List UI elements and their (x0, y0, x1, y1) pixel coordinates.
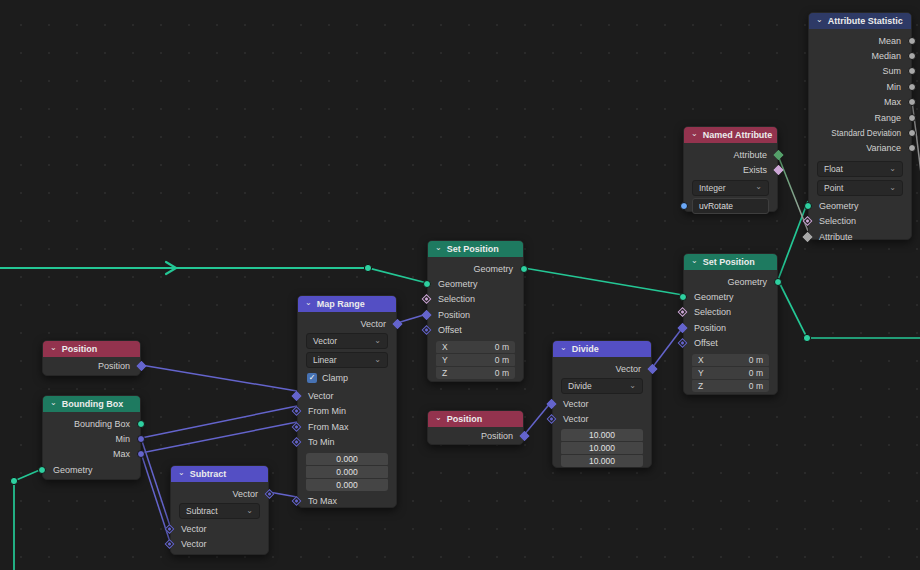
attribute-name-field[interactable]: uvRotate (692, 198, 769, 214)
socket-min-output[interactable] (137, 435, 145, 443)
collapse-chevron-icon[interactable]: ⌄ (816, 16, 823, 24)
offset-y-field[interactable]: Y0 m (692, 367, 769, 379)
to-min-z-field[interactable]: 0.000 (306, 479, 388, 491)
socket-standard-deviation-output[interactable] (908, 129, 916, 137)
wire-bbox-max-to-map-range-from-max[interactable] (141, 422, 297, 453)
reroute-node[interactable] (364, 264, 371, 271)
node-position-mid[interactable]: ⌄Position Position (427, 410, 524, 445)
node-header[interactable]: ⌄Position (43, 341, 140, 357)
offset-y-field[interactable]: Y0 m (436, 354, 515, 366)
socket-sum-output[interactable] (908, 67, 916, 75)
collapse-chevron-icon[interactable]: ⌄ (178, 469, 185, 477)
collapse-chevron-icon[interactable]: ⌄ (691, 257, 698, 265)
socket-name-input[interactable] (680, 202, 688, 210)
socket-geometry-input[interactable] (423, 280, 431, 288)
socket-geometry-input[interactable] (679, 293, 687, 301)
node-header[interactable]: ⌄Set Position (428, 241, 523, 257)
collapse-chevron-icon[interactable]: ⌄ (691, 130, 698, 138)
field-value: uvRotate (699, 201, 733, 211)
socket-label: Sum (882, 66, 901, 76)
node-header[interactable]: ⌄Attribute Statistic (809, 13, 911, 29)
reroute-node[interactable] (10, 477, 17, 484)
node-divide[interactable]: ⌄Divide Vector Divide⌄ Vector Vector 10.… (552, 340, 652, 468)
wire-divide-to-set-position-right-position[interactable] (652, 327, 683, 368)
divisor-x-field[interactable]: 10.000 (561, 429, 643, 441)
socket-range-output[interactable] (908, 114, 916, 122)
domain-dropdown[interactable]: Point⌄ (817, 180, 903, 196)
data-type-dropdown[interactable]: Float⌄ (817, 161, 903, 177)
wire-set-position-mid-to-set-position-right[interactable] (524, 268, 683, 295)
node-bounding-box[interactable]: ⌄Bounding Box Bounding Box Min Max Geome… (42, 395, 141, 480)
to-min-x-field[interactable]: 0.000 (306, 453, 388, 465)
axis-value: 0 m (495, 355, 509, 365)
wire-set-position-right-to-attribute-statistic[interactable] (778, 201, 808, 280)
node-attribute-statistic[interactable]: ⌄Attribute Statistic Mean Median Sum Min… (808, 12, 912, 240)
socket-geometry-input[interactable] (38, 466, 46, 474)
reroute-node[interactable] (803, 334, 810, 341)
dropdown-value: Vector (313, 336, 337, 346)
dropdown-value: Integer (699, 183, 725, 193)
socket-max-output[interactable] (908, 98, 916, 106)
node-set-position-mid[interactable]: ⌄Set Position Geometry Geometry Selectio… (427, 240, 524, 382)
collapse-chevron-icon[interactable]: ⌄ (305, 299, 312, 307)
wire-bbox-min-to-map-range-from-min[interactable] (141, 406, 297, 438)
collapse-chevron-icon[interactable]: ⌄ (50, 399, 57, 407)
node-set-position-right[interactable]: ⌄Set Position Geometry Geometry Selectio… (683, 253, 778, 395)
socket-geometry-output[interactable] (774, 278, 782, 286)
dropdown-value: Point (824, 183, 843, 193)
collapse-chevron-icon[interactable]: ⌄ (50, 344, 57, 352)
node-header[interactable]: ⌄Map Range (298, 296, 396, 312)
node-header[interactable]: ⌄Set Position (684, 254, 777, 270)
socket-label: Selection (694, 307, 731, 317)
node-header[interactable]: ⌄Position (428, 411, 523, 427)
socket-geometry-output[interactable] (520, 265, 528, 273)
wire-set-position-right-to-offscreen-right[interactable] (778, 280, 920, 338)
node-header[interactable]: ⌄Named Attribute (684, 127, 777, 143)
operation-dropdown[interactable]: Subtract⌄ (179, 503, 260, 519)
axis-label: Z (442, 368, 447, 378)
node-named-attribute[interactable]: ⌄Named Attribute Attribute Exists Intege… (683, 126, 778, 212)
socket-median-output[interactable] (908, 52, 916, 60)
node-position-left[interactable]: ⌄Position Position (42, 340, 141, 376)
operation-dropdown[interactable]: Divide⌄ (561, 378, 643, 394)
node-header[interactable]: ⌄Divide (553, 341, 651, 357)
node-header[interactable]: ⌄Subtract (171, 466, 268, 482)
offset-z-field[interactable]: Z0 m (692, 380, 769, 392)
node-map-range[interactable]: ⌄Map Range Vector Vector⌄ Linear⌄ ✓ Clam… (297, 295, 397, 508)
socket-label: Bounding Box (74, 419, 130, 429)
socket-bounding-box-output[interactable] (137, 420, 145, 428)
wire-offscreen-bottom-to-bounding-box[interactable] (14, 469, 42, 570)
collapse-chevron-icon[interactable]: ⌄ (435, 244, 442, 252)
interpolation-dropdown[interactable]: Linear⌄ (306, 352, 388, 368)
socket-geometry-input[interactable] (804, 202, 812, 210)
wire-bbox-min-to-subtract-vector1[interactable] (141, 438, 170, 526)
axis-label: X (698, 355, 704, 365)
to-min-y-field[interactable]: 0.000 (306, 466, 388, 478)
node-header[interactable]: ⌄Bounding Box (43, 396, 140, 412)
offset-x-field[interactable]: X0 m (436, 341, 515, 353)
node-title: Subtract (190, 469, 227, 479)
checkbox-checked-icon[interactable]: ✓ (307, 373, 317, 383)
wire-position-to-map-range-vector[interactable] (141, 365, 297, 391)
offset-z-field[interactable]: Z0 m (436, 367, 515, 379)
divisor-z-field[interactable]: 10.000 (561, 455, 643, 467)
data-type-dropdown[interactable]: Integer⌄ (692, 180, 769, 196)
socket-label: Attribute (819, 232, 853, 242)
node-subtract[interactable]: ⌄Subtract Vector Subtract⌄ Vector Vector (170, 465, 269, 555)
collapse-chevron-icon[interactable]: ⌄ (435, 414, 442, 422)
wire-geometry-offscreen-to-set-position-mid[interactable] (0, 268, 427, 283)
node-editor-canvas[interactable]: ⌄Attribute Statistic Mean Median Sum Min… (0, 0, 920, 570)
socket-mean-output[interactable] (908, 37, 916, 45)
socket-label: Vector (615, 364, 641, 374)
socket-max-output[interactable] (137, 450, 145, 458)
divisor-y-field[interactable]: 10.000 (561, 442, 643, 454)
clamp-checkbox-row[interactable]: ✓ Clamp (298, 370, 396, 385)
socket-label: Standard Deviation (831, 129, 901, 138)
offset-x-field[interactable]: X0 m (692, 354, 769, 366)
checkbox-label: Clamp (322, 373, 348, 383)
field-value: 10.000 (589, 430, 615, 440)
socket-variance-output[interactable] (908, 144, 916, 152)
socket-min-output[interactable] (908, 83, 916, 91)
data-type-dropdown[interactable]: Vector⌄ (306, 333, 388, 349)
collapse-chevron-icon[interactable]: ⌄ (560, 344, 567, 352)
